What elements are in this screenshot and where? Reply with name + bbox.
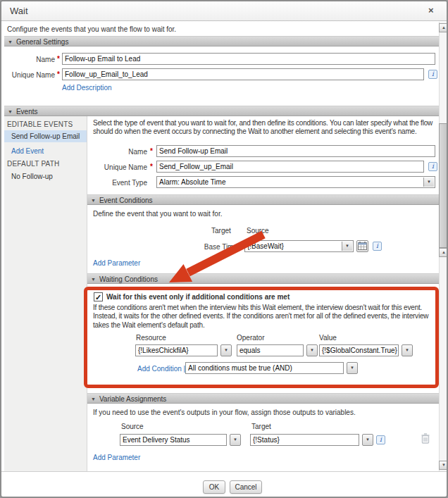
footer-divider — [1, 471, 447, 472]
collapse-icon[interactable]: ▼ — [91, 195, 96, 206]
sidebar-item-label: Send Follow-up Email — [11, 132, 80, 141]
section-title: Events — [16, 108, 38, 116]
add-event-link[interactable]: Add Event — [11, 147, 44, 156]
condition-operator-input[interactable]: equals — [237, 344, 304, 356]
condition-resource-input[interactable]: {!LikesChickfilA} — [135, 344, 218, 356]
event-name-value: Send Follow-up Email — [159, 147, 228, 155]
waiting-conditions-description: If these conditions aren't met when the … — [93, 304, 437, 330]
required-icon: * — [57, 55, 60, 63]
collapse-icon[interactable]: ▼ — [8, 106, 13, 117]
gs-unique-name-label: Unique Name — [1, 71, 55, 80]
event-conditions-intro: Define the event that you want to wait f… — [93, 210, 222, 218]
ok-button[interactable]: OK — [203, 480, 225, 494]
condition-value-value: {!$GlobalConstant.True} — [322, 347, 397, 354]
close-icon[interactable]: × — [428, 5, 434, 15]
dropdown-arrow-icon[interactable]: ▼ — [342, 242, 352, 251]
dropdown-arrow-icon[interactable]: ▼ — [220, 344, 232, 356]
column-header-target: Target — [211, 227, 231, 235]
condition-logic-dropdown[interactable]: All conditions must be true (AND) — [185, 362, 344, 374]
add-parameter-link[interactable]: Add Parameter — [93, 454, 140, 462]
section-title: Variable Assignments — [99, 395, 166, 403]
collapse-icon[interactable]: ▼ — [91, 274, 96, 285]
column-header-source: Source — [247, 227, 269, 235]
dialog-title: Wait — [10, 6, 28, 16]
assignment-target-value: {!Status} — [253, 436, 280, 444]
events-sidebar — [4, 116, 87, 472]
collapse-icon[interactable]: ▼ — [91, 394, 96, 404]
section-title: Waiting Conditions — [99, 275, 158, 283]
event-unique-name-input[interactable]: Send_Follow_up_Email — [156, 161, 424, 173]
base-time-label: Base Time — [178, 243, 237, 251]
condition-value-input[interactable]: {!$GlobalConstant.True} — [319, 344, 399, 356]
dialog-titlebar — [1, 1, 447, 21]
dropdown-arrow-icon[interactable]: ▼ — [423, 178, 434, 187]
sidebar-item-send-follow-up-email[interactable]: Send Follow-up Email — [4, 130, 87, 142]
event-name-input[interactable]: Send Follow-up Email — [156, 145, 435, 157]
required-icon: * — [57, 70, 60, 78]
wait-conditions-checkbox-label: Wait for this event only if additional c… — [106, 293, 290, 301]
info-icon[interactable]: i — [373, 242, 382, 251]
dropdown-arrow-icon[interactable]: ▼ — [306, 344, 318, 356]
add-description-link[interactable]: Add Description — [62, 84, 112, 92]
section-title: Event Conditions — [99, 197, 153, 204]
event-type-dropdown[interactable]: Alarm: Absolute Time▼ — [156, 176, 435, 188]
section-header-general-settings[interactable]: ▼General Settings — [4, 36, 439, 46]
assignment-source-value: Event Delivery Status — [123, 436, 190, 444]
trash-icon[interactable] — [421, 433, 430, 447]
assignment-source-input[interactable]: Event Delivery Status — [120, 434, 227, 446]
sidebar-heading-default-path: DEFAULT PATH — [7, 160, 59, 168]
section-header-event-conditions[interactable]: ▼Event Conditions — [87, 194, 439, 205]
dropdown-arrow-icon[interactable]: ▼ — [402, 344, 413, 356]
section-header-waiting-conditions[interactable]: ▼Waiting Conditions — [87, 273, 439, 284]
dropdown-arrow-icon[interactable]: ▼ — [230, 434, 241, 446]
assignment-target-input[interactable]: {!Status} — [250, 434, 359, 446]
add-condition-link[interactable]: Add Condition | — [137, 365, 185, 373]
sidebar-heading-editable-events: EDITABLE EVENTS — [7, 120, 73, 129]
column-header-target: Target — [251, 423, 271, 431]
scroll-down-icon[interactable]: ▼ — [439, 461, 448, 470]
condition-operator-value: equals — [239, 347, 260, 354]
trash-glyph — [421, 433, 430, 444]
section-header-events[interactable]: ▼Events — [4, 106, 439, 116]
required-icon: * — [150, 163, 153, 170]
info-icon[interactable]: i — [376, 435, 385, 444]
column-header-source: Source — [121, 423, 144, 431]
event-unique-name-value: Send_Follow_up_Email — [159, 163, 233, 170]
event-unique-name-label: Unique Name — [87, 163, 147, 172]
info-icon[interactable]: i — [428, 162, 437, 171]
gs-unique-name-value: Follow_up_Email_to_Lead — [65, 70, 148, 78]
dropdown-arrow-icon[interactable]: ▼ — [347, 362, 358, 374]
scroll-up-icon[interactable]: ▲ — [439, 248, 448, 257]
info-icon[interactable]: i — [428, 70, 437, 79]
scrollbar-thumb[interactable] — [439, 123, 448, 248]
event-name-label: Name — [87, 148, 147, 156]
sidebar-item-no-follow-up[interactable]: No Follow-up — [11, 173, 53, 181]
dialog-intro-text: Configure the events that you want the f… — [7, 25, 176, 34]
dropdown-arrow-icon[interactable]: ▼ — [362, 434, 373, 446]
condition-resource-value: {!LikesChickfilA} — [138, 347, 189, 354]
column-header-operator: Operator — [237, 334, 264, 342]
event-panel-intro: Select the type of event that you want t… — [93, 119, 437, 137]
cancel-button[interactable]: Cancel — [230, 480, 262, 494]
calendar-glyph — [357, 241, 368, 251]
section-header-variable-assignments[interactable]: ▼Variable Assignments — [87, 393, 439, 404]
wait-conditions-checkbox[interactable]: ✓ — [94, 292, 103, 301]
column-header-resource: Resource — [136, 334, 166, 342]
event-type-value: Alarm: Absolute Time — [159, 178, 225, 186]
gs-name-label: Name — [1, 56, 55, 64]
base-time-value: {!BaseWait} — [247, 242, 284, 250]
calendar-icon[interactable] — [356, 240, 368, 252]
collapse-icon[interactable]: ▼ — [8, 37, 13, 47]
gs-name-value: Follow-up Email to Lead — [65, 55, 140, 63]
base-time-combobox[interactable]: {!BaseWait}▼ — [244, 240, 354, 252]
gs-name-input[interactable]: Follow-up Email to Lead — [62, 53, 435, 65]
column-header-value: Value — [319, 334, 337, 342]
add-parameter-link[interactable]: Add Parameter — [93, 259, 140, 268]
gs-unique-name-input[interactable]: Follow_up_Email_to_Lead — [62, 68, 424, 80]
section-title: General Settings — [16, 38, 69, 46]
condition-logic-value: All conditions must be true (AND) — [188, 364, 292, 372]
wait-dialog-stage: Wait × Configure the events that you wan… — [0, 0, 448, 498]
event-type-label: Event Type — [87, 179, 147, 187]
scroll-up-icon[interactable]: ▲ — [439, 23, 448, 32]
variable-assignments-intro: If you need to use the event's outputs i… — [93, 409, 356, 417]
